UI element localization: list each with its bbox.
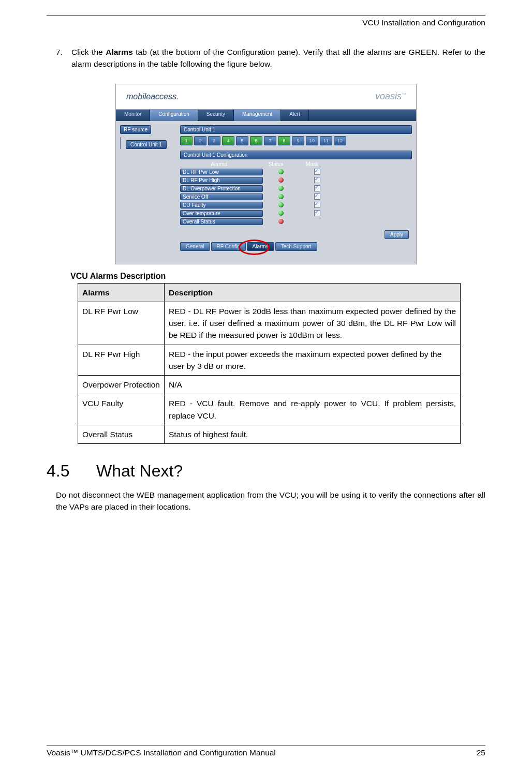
table-row: VCU FaultyRED - VCU fault. Remove and re…: [78, 394, 461, 425]
status-cell: [263, 186, 299, 192]
cell-alarm: DL RF Pwr High: [78, 345, 165, 376]
btab-alarms[interactable]: Alarms: [247, 242, 274, 251]
mask-cell: [299, 185, 335, 192]
tab-monitor[interactable]: Monitor: [116, 110, 150, 121]
panel-title-control-unit: Control Unit 1: [180, 125, 412, 134]
alarm-row: Service Off: [180, 193, 412, 201]
sidebar-rf-source: RF source: [120, 125, 151, 134]
page-header-title: VCU Installation and Configuration: [47, 18, 485, 27]
unit-chip-1[interactable]: 1: [180, 136, 193, 145]
status-cell: [263, 219, 299, 225]
panel-title-configuration: Control Unit 1 Configuration: [180, 151, 412, 159]
col-head-alarms: Alarms: [180, 161, 258, 167]
btab-tech-support[interactable]: Tech Support: [275, 242, 317, 251]
alarm-name: DL RF Pwr Low: [180, 169, 263, 175]
tab-management[interactable]: Management: [234, 110, 281, 121]
unit-chip-5[interactable]: 5: [236, 136, 248, 145]
apply-button[interactable]: Apply: [385, 230, 409, 239]
brand-voasis: voasis™: [375, 91, 406, 102]
status-dot-green: [278, 194, 284, 199]
mask-cell: [299, 210, 335, 217]
unit-chip-row: 123456789101112: [180, 136, 412, 145]
table-row: Overpower ProtectionN/A: [78, 376, 461, 394]
unit-chip-8[interactable]: 8: [278, 136, 290, 145]
status-dot-green: [278, 169, 284, 174]
tab-security[interactable]: Security: [198, 110, 234, 121]
unit-chip-10[interactable]: 10: [306, 136, 318, 145]
status-cell: [263, 177, 299, 184]
vcu-alarms-table: Alarms Description DL RF Pwr LowRED - DL…: [78, 283, 461, 444]
tab-configuration[interactable]: Configuration: [150, 110, 198, 121]
cell-description: RED - DL RF Power is 20dB less than maxi…: [165, 302, 461, 345]
alarm-name: DL Overpower Protection: [180, 185, 263, 192]
mask-checkbox[interactable]: [314, 185, 320, 191]
table-row: DL RF Pwr LowRED - DL RF Power is 20dB l…: [78, 302, 461, 345]
section-body: Do not disconnect the WEB management app…: [56, 489, 485, 513]
unit-chip-3[interactable]: 3: [208, 136, 220, 145]
step-number: 7.: [56, 46, 71, 70]
cell-description: N/A: [165, 376, 461, 394]
btab-rf-config[interactable]: RF Config: [211, 242, 246, 251]
tab-alert[interactable]: Alert: [281, 110, 309, 121]
status-cell: [263, 194, 299, 200]
mask-cell: [299, 177, 335, 184]
status-dot-green: [278, 202, 284, 207]
status-dot-green: [278, 211, 284, 216]
step-text-bold: Alarms: [106, 48, 133, 56]
th-description: Description: [165, 283, 461, 302]
status-dot-red: [278, 219, 284, 224]
mask-checkbox[interactable]: [314, 169, 320, 175]
brand-mobileaccess: mobileaccess.: [126, 92, 179, 101]
alarm-row: DL RF Pwr Low: [180, 168, 412, 176]
status-cell: [263, 169, 299, 175]
cell-alarm: Overall Status: [78, 425, 165, 443]
alarm-name: Over temprature: [180, 210, 263, 217]
mask-cell: [299, 202, 335, 209]
unit-chip-12[interactable]: 12: [334, 136, 346, 145]
cell-alarm: VCU Faulty: [78, 394, 165, 425]
status-dot-red: [278, 177, 284, 183]
section-heading: 4.5What Next?: [47, 462, 485, 481]
alarm-row: DL Overpower Protection: [180, 185, 412, 193]
col-head-status: Status: [258, 161, 294, 167]
alarm-name: DL RF Pwr High: [180, 177, 263, 184]
alarm-name: Overall Status: [180, 218, 263, 225]
status-dot-green: [278, 186, 284, 191]
mask-checkbox[interactable]: [314, 210, 320, 216]
footer-page-number: 25: [477, 748, 485, 757]
btab-general[interactable]: General: [180, 242, 210, 251]
cell-alarm: DL RF Pwr Low: [78, 302, 165, 345]
mask-checkbox[interactable]: [314, 202, 320, 208]
unit-chip-9[interactable]: 9: [292, 136, 304, 145]
table-row: Overall StatusStatus of highest fault.: [78, 425, 461, 443]
th-alarms: Alarms: [78, 283, 165, 302]
unit-chip-11[interactable]: 11: [320, 136, 332, 145]
mask-checkbox[interactable]: [314, 177, 320, 183]
alarm-row: Overall Status: [180, 218, 412, 226]
cell-description: RED - the input power exceeds the maximu…: [165, 345, 461, 376]
alarm-row: DL RF Pwr High: [180, 176, 412, 185]
unit-chip-4[interactable]: 4: [222, 136, 234, 145]
mask-checkbox[interactable]: [314, 193, 320, 200]
step-text-post: tab (at the bottom of the Configuration …: [71, 48, 485, 68]
alarm-name: Service Off: [180, 193, 263, 200]
table-title: VCU Alarms Description: [70, 272, 485, 281]
unit-chip-6[interactable]: 6: [250, 136, 262, 145]
status-cell: [263, 202, 299, 209]
table-row: DL RF Pwr HighRED - the input power exce…: [78, 345, 461, 376]
nav-tabs: Monitor Configuration Security Managemen…: [116, 110, 416, 121]
mask-cell: [299, 193, 335, 201]
unit-chip-7[interactable]: 7: [264, 136, 276, 145]
status-cell: [263, 211, 299, 217]
section-title: What Next?: [96, 462, 183, 480]
column-headers: Alarms Status Mask: [180, 161, 412, 167]
mask-cell: [299, 169, 335, 176]
sidebar-control-unit[interactable]: Control Unit 1: [126, 140, 167, 149]
alarm-row: Over temprature: [180, 210, 412, 218]
cell-description: RED - VCU fault. Remove and re-apply pow…: [165, 394, 461, 425]
alarm-row: CU Faulty: [180, 201, 412, 210]
cell-description: Status of highest fault.: [165, 425, 461, 443]
section-number: 4.5: [47, 462, 96, 481]
cell-alarm: Overpower Protection: [78, 376, 165, 394]
unit-chip-2[interactable]: 2: [194, 136, 206, 145]
